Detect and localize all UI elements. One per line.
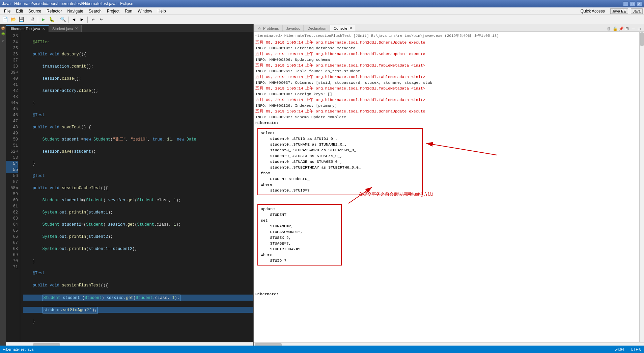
console-line-9: 五月 09, 2019 1:05:14 上午 org.hibernate.too… bbox=[255, 85, 638, 91]
console-line-12: INFO: HHH000126: Indexes: [primary] bbox=[255, 103, 638, 108]
sql-select-line-10: where bbox=[261, 182, 273, 187]
quick-access-area: Quick Access Java EE Java bbox=[578, 8, 643, 14]
menu-source[interactable]: Source bbox=[26, 8, 44, 14]
scroll-thumb[interactable] bbox=[640, 32, 644, 46]
back-button[interactable]: ◀ bbox=[70, 16, 78, 23]
tab-student[interactable]: Student.java ✕ bbox=[49, 25, 82, 32]
tab-hibernate-test[interactable]: HibernateTest.java ✕ bbox=[6, 25, 49, 32]
redo-button[interactable]: ↪ bbox=[97, 16, 105, 23]
sql-select-line-1: select bbox=[261, 131, 275, 135]
menu-run[interactable]: Run bbox=[122, 8, 135, 14]
console-hibernate-1: Hibernate: bbox=[255, 120, 638, 126]
window-title: Java - Hibernate/src/edu/aeon/hibernate/… bbox=[2, 1, 623, 6]
tasks-icon[interactable]: ✔ bbox=[0, 38, 6, 43]
sql-update-line-4: STUNAME=?, bbox=[261, 224, 293, 228]
sql-select-line-8: from bbox=[261, 171, 270, 175]
sql-update-line-7: STUAGE=?, bbox=[261, 241, 291, 246]
clear-console-button[interactable]: 🗑 bbox=[606, 26, 612, 31]
close-button[interactable]: ✕ bbox=[637, 1, 642, 6]
close-student-tab[interactable]: ✕ bbox=[75, 26, 78, 31]
menu-bar: File Edit Source Refactor Navigate Searc… bbox=[0, 7, 644, 15]
sql-update-box: update STUDENT set STUNAME=?, STUPASSWOR… bbox=[257, 204, 342, 266]
svg-line-1 bbox=[426, 143, 497, 155]
sql-select-line-5: student0_.STUSEX as STUSEX4_0_, bbox=[261, 154, 342, 158]
package-explorer-icon[interactable]: 📦 bbox=[0, 26, 6, 31]
menu-help[interactable]: Help bbox=[155, 8, 169, 14]
encoding: UTF-8 bbox=[631, 347, 641, 351]
minimize-view-button[interactable]: ─ bbox=[631, 26, 636, 31]
console-line-7: 五月 09, 2019 1:05:14 上午 org.hibernate.too… bbox=[255, 74, 638, 80]
tab-console-label: Console bbox=[334, 26, 347, 30]
toolbar-separator-5 bbox=[87, 17, 88, 23]
hierarchy-icon[interactable]: 🌳 bbox=[0, 32, 6, 37]
toolbar-separator-2 bbox=[38, 17, 38, 23]
menu-window[interactable]: Window bbox=[135, 8, 155, 14]
tab-javadoc[interactable]: Javadoc bbox=[282, 25, 304, 31]
right-tab-bar: ⚠ Problems Javadoc Declaration Console ✕… bbox=[254, 24, 644, 32]
minimize-button[interactable]: ─ bbox=[623, 1, 628, 6]
tab-problems[interactable]: ⚠ Problems bbox=[254, 25, 282, 31]
open-button[interactable]: 📂 bbox=[9, 16, 17, 23]
run-button[interactable]: ▶ bbox=[40, 16, 47, 23]
console-hibernate-2: Hibernate: bbox=[255, 291, 638, 297]
sql-update-line-3: set bbox=[261, 218, 268, 223]
code-area[interactable]: 33 34 35 36 37 38 39⊲ 40 41 42 43 44⊲ 45… bbox=[6, 32, 253, 342]
toolbar-separator-1 bbox=[27, 17, 27, 23]
console-line-10: INFO: HHH000108: Foreign keys: [] bbox=[255, 91, 638, 97]
sql-update-line-9: where bbox=[261, 253, 273, 257]
toolbar-separator-3 bbox=[57, 17, 57, 23]
right-panel: ⚠ Problems Javadoc Declaration Console ✕… bbox=[254, 24, 644, 347]
console-line-4: INFO: HHH000396: Updating schema bbox=[255, 57, 638, 62]
new-button[interactable]: 📄 bbox=[1, 16, 9, 23]
quick-access-label: Quick Access bbox=[578, 8, 608, 14]
save-button[interactable]: 💾 bbox=[18, 16, 25, 23]
console-wrapper: <terminated> HibernateTest.sessionFlushT… bbox=[254, 32, 644, 342]
vertical-scrollbar[interactable] bbox=[639, 32, 644, 342]
maximize-button[interactable]: □ bbox=[630, 1, 635, 6]
console-line-5: 五月 09, 2019 1:05:14 上午 org.hibernate.too… bbox=[255, 62, 638, 68]
undo-button[interactable]: ↩ bbox=[89, 16, 97, 23]
debug-button[interactable]: 🐛 bbox=[48, 16, 55, 23]
code-editor[interactable]: @ATTler public void destory(){ transacti… bbox=[20, 32, 253, 342]
menu-file[interactable]: File bbox=[1, 8, 13, 14]
sql-update-line-5: STUPASSWORD=?, bbox=[261, 230, 303, 234]
tab-label-student: Student.java bbox=[52, 27, 73, 31]
pin-console-button[interactable]: 📌 bbox=[618, 26, 624, 31]
menu-search[interactable]: Search bbox=[86, 8, 104, 14]
editor-panel: HibernateTest.java ✕ Student.java ✕ 33 3… bbox=[6, 24, 254, 347]
forward-button[interactable]: ▶ bbox=[78, 16, 86, 23]
sql-select-box: select student0_.STUID as STUID1_0_, stu… bbox=[257, 128, 423, 195]
close-console-tab[interactable]: ✕ bbox=[349, 26, 352, 30]
toolbar: 📄 📂 💾 🖨 ▶ 🐛 🔍 ◀ ▶ ↩ ↪ bbox=[0, 15, 644, 24]
tab-problems-label: Problems bbox=[263, 26, 279, 30]
status-text: HibernateTest.java bbox=[3, 347, 33, 351]
print-button[interactable]: 🖨 bbox=[29, 16, 36, 23]
sql-update-line-10: STUID=? bbox=[261, 258, 286, 263]
search-button[interactable]: 🔍 bbox=[59, 16, 66, 23]
sql-select-line-9: STUDENT student0_ bbox=[261, 177, 310, 181]
tab-label-hibernate: HibernateTest.java bbox=[9, 27, 40, 31]
menu-edit[interactable]: Edit bbox=[13, 8, 26, 14]
sql-select-line-11: student0_.STUID=? bbox=[261, 188, 310, 193]
java-button[interactable]: Java bbox=[631, 8, 643, 14]
menu-project[interactable]: Project bbox=[104, 8, 122, 14]
console-line-8: INFO: HHH000037: Columns: [stuid, stupas… bbox=[255, 80, 638, 85]
window-controls: ─ □ ✕ bbox=[623, 1, 642, 6]
maximize-view-button[interactable]: □ bbox=[637, 26, 642, 31]
sql-update-line-6: STUSEX=?, bbox=[261, 235, 291, 240]
scroll-lock-button[interactable]: 🔒 bbox=[612, 26, 618, 31]
editor-tab-bar: HibernateTest.java ✕ Student.java ✕ bbox=[6, 24, 253, 32]
menu-refactor[interactable]: Refactor bbox=[44, 8, 64, 14]
left-toolbar: 📦 🌳 ✔ bbox=[0, 24, 6, 347]
tab-declaration[interactable]: Declaration bbox=[304, 25, 330, 31]
line-numbers: 33 34 35 36 37 38 39⊲ 40 41 42 43 44⊲ 45… bbox=[6, 32, 20, 342]
console-toolbar: 🗑 🔒 📌 ⊞ ─ □ bbox=[606, 26, 644, 31]
console-line-13: 五月 09, 2019 1:05:14 上午 org.hibernate.too… bbox=[255, 108, 638, 114]
tab-javadoc-label: Javadoc bbox=[286, 26, 300, 30]
java-ee-button[interactable]: Java EE bbox=[610, 8, 628, 14]
menu-navigate[interactable]: Navigate bbox=[64, 8, 86, 14]
close-hibernate-tab[interactable]: ✕ bbox=[42, 27, 45, 31]
open-console-button[interactable]: ⊞ bbox=[624, 26, 630, 31]
tab-console[interactable]: Console ✕ bbox=[330, 25, 356, 31]
sql-update-line-8: STUBIRTHDAY=? bbox=[261, 247, 300, 251]
